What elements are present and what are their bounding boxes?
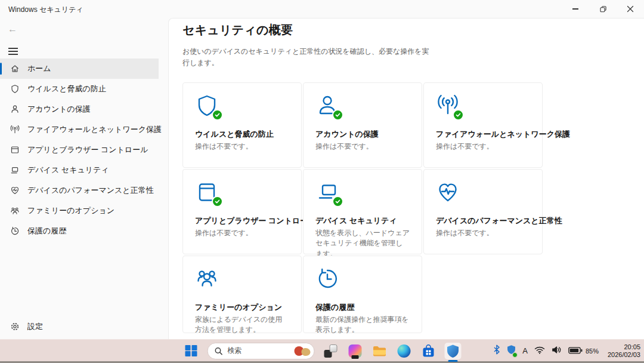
taskbar-windows-security-button[interactable] [445, 343, 462, 359]
sidebar-item-label: アカウントの保護 [27, 104, 91, 115]
card-virus-threat-protection[interactable]: ウイルスと脅威の防止 操作は不要です。 [182, 82, 302, 168]
minimize-button[interactable] [562, 0, 589, 18]
card-firewall-network-protection[interactable]: ファイアウォールとネットワーク保護 操作は不要です。 [423, 82, 543, 168]
taskbar-store-button[interactable] [420, 343, 437, 359]
card-description: 操作は不要です。 [195, 141, 289, 152]
search-placeholder: 検索 [228, 346, 242, 356]
performance-health-icon [436, 180, 460, 204]
sidebar-item-label: ホーム [27, 63, 51, 74]
security-card-grid: ウイルスと脅威の防止 操作は不要です。 アカウントの保護 操作は不要です。 ファ… [182, 82, 543, 333]
restore-button[interactable] [589, 0, 617, 18]
sidebar-item-firewall-network[interactable]: ファイアウォールとネットワーク保護 [0, 119, 159, 140]
battery-tray-icon[interactable] [568, 346, 583, 356]
card-title: デバイス セキュリティ [315, 216, 410, 226]
sidebar-item-settings[interactable]: 設定 [0, 316, 159, 337]
wifi-tray-icon[interactable] [534, 346, 545, 356]
taskbar-file-explorer-button[interactable] [371, 343, 388, 359]
card-description: 操作は不要です。 [315, 141, 410, 152]
taskbar-clock[interactable]: 20:05 2026/02/03 [608, 343, 640, 359]
sidebar-item-app-browser-control[interactable]: アプリとブラウザー コントロール [0, 140, 159, 160]
sidebar-item-label: アプリとブラウザー コントロール [27, 144, 148, 155]
back-button[interactable]: ← [8, 24, 17, 35]
restore-icon [599, 5, 607, 13]
card-protection-history[interactable]: 保護の履歴 最新の保護操作と推奨事項を表示します。 [303, 256, 422, 333]
page-title: セキュリティの概要 [182, 22, 644, 38]
virus-shield-icon [10, 84, 20, 94]
status-ok-badge [212, 109, 223, 121]
close-button[interactable] [617, 0, 644, 18]
protection-history-icon [315, 267, 339, 291]
file-explorer-icon [373, 345, 387, 357]
card-app-browser-control[interactable]: アプリとブラウザー コントロール 操作は不要です。 [182, 169, 302, 254]
family-options-icon [10, 206, 20, 216]
card-title: ファミリーのオプション [195, 302, 289, 313]
sidebar-item-performance-health[interactable]: デバイスのパフォーマンスと正常性 [0, 180, 159, 201]
taskbar-task-view-button[interactable] [323, 343, 339, 359]
battery-percent: 85% [586, 347, 599, 355]
card-description: 家族によるデバイスの使用方法を管理します。 [195, 315, 289, 336]
card-description: 操作は不要です。 [436, 228, 530, 238]
sidebar-item-family-options[interactable]: ファミリーのオプション [0, 201, 159, 221]
menu-button[interactable] [7, 44, 24, 59]
card-family-options[interactable]: ファミリーのオプション 家族によるデバイスの使用方法を管理します。 [182, 256, 302, 333]
task-view-icon [324, 344, 338, 358]
card-title: アカウントの保護 [315, 129, 410, 140]
system-tray: A 85% 20:05 2026/02/03 [493, 340, 640, 362]
performance-health-icon [10, 186, 20, 195]
sidebar-item-label: ファイアウォールとネットワーク保護 [27, 124, 162, 135]
sidebar-nav: ホーム ウイルスと脅威の防止 アカウントの保護 ファイアウォールとネットワーク保… [0, 59, 159, 241]
clock-time: 20:05 [608, 343, 640, 351]
protection-history-icon [10, 226, 20, 236]
microsoft-store-icon [422, 344, 435, 358]
page-subtitle: お使いのデバイスのセキュリティと正常性の状況を確認し、必要な操作を実 行します。 [182, 46, 644, 68]
status-ok-badge [332, 109, 343, 121]
app-browser-icon [10, 145, 20, 155]
firewall-network-icon [10, 125, 20, 134]
windows-security-shield-icon [447, 344, 460, 358]
home-icon [10, 64, 20, 73]
window-title: Windows セキュリティ [8, 5, 83, 15]
clock-date: 2026/02/03 [608, 351, 640, 359]
sidebar-item-device-security[interactable]: デバイス セキュリティ [0, 160, 159, 180]
title-bar: Windows セキュリティ [0, 0, 644, 18]
close-icon [627, 5, 634, 13]
card-title: ウイルスと脅威の防止 [195, 129, 289, 140]
edge-icon [398, 344, 411, 358]
card-description: 操作は不要です。 [436, 141, 530, 152]
card-title: デバイスのパフォーマンスと正常性 [436, 216, 530, 226]
taskbar: 検索 A [0, 339, 644, 363]
taskbar-edge-button[interactable] [396, 343, 413, 359]
sidebar-item-account-protection[interactable]: アカウントの保護 [0, 99, 159, 119]
volume-tray-icon[interactable] [552, 346, 562, 356]
device-security-icon [10, 165, 20, 175]
taskbar-search-box[interactable]: 検索 [208, 343, 315, 359]
status-ok-badge [453, 109, 464, 121]
card-title: アプリとブラウザー コントロール [195, 216, 289, 226]
bluetooth-tray-icon[interactable] [493, 344, 500, 357]
sidebar-item-label: 保護の履歴 [27, 226, 66, 236]
sidebar-item-home[interactable]: ホーム [0, 59, 159, 79]
card-device-performance-health[interactable]: デバイスのパフォーマンスと正常性 操作は不要です。 [423, 169, 543, 254]
taskbar-copilot-button[interactable] [347, 343, 364, 359]
card-description: 最新の保護操作と推奨事項を表示します。 [315, 315, 410, 336]
tray-security-ok-dot [512, 352, 518, 358]
copilot-icon [349, 344, 362, 358]
sidebar-item-label: 設定 [27, 321, 43, 332]
sidebar-item-label: デバイスのパフォーマンスと正常性 [27, 185, 154, 196]
windows-logo-icon [185, 345, 197, 357]
sidebar-item-protection-history[interactable]: 保護の履歴 [0, 221, 159, 241]
card-description: 操作は不要です。 [195, 228, 289, 238]
beans-emoji-icon [302, 348, 311, 356]
taskbar-start-button[interactable] [183, 343, 200, 359]
card-device-security[interactable]: デバイス セキュリティ 状態を表示し、ハードウェア セキュリティ機能を管理します… [303, 169, 422, 254]
search-highlight-art [295, 346, 311, 356]
ime-mode-indicator[interactable]: A [522, 346, 528, 355]
card-title: ファイアウォールとネットワーク保護 [436, 129, 530, 140]
sidebar: ← ホーム ウイルスと脅威の防止 アカウントの保護 ファイアウォールとネットワー… [0, 18, 168, 339]
minimize-icon [572, 8, 578, 9]
card-account-protection[interactable]: アカウントの保護 操作は不要です。 [303, 82, 422, 168]
card-title: 保護の履歴 [315, 302, 410, 313]
family-options-icon [195, 267, 219, 291]
sidebar-item-virus-threat-protection[interactable]: ウイルスと脅威の防止 [0, 79, 159, 99]
security-tray-icon[interactable] [507, 344, 516, 357]
